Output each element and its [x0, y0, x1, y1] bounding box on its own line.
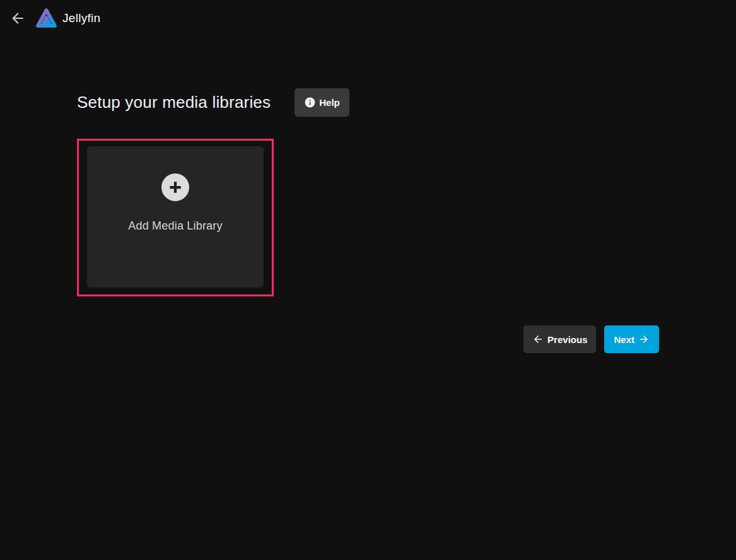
app-name: Jellyfin — [62, 11, 100, 25]
back-arrow-icon — [9, 10, 26, 26]
add-library-card-inner: Add Media Library — [87, 146, 264, 288]
wizard-page: Setup your media libraries Help Add Medi… — [0, 88, 736, 353]
add-library-label: Add Media Library — [128, 219, 222, 233]
help-button[interactable]: Help — [295, 88, 349, 117]
app-logo: Jellyfin — [35, 6, 100, 30]
arrow-right-icon — [638, 334, 650, 345]
info-icon — [304, 96, 316, 108]
add-library-card[interactable]: Add Media Library — [77, 139, 274, 296]
previous-button[interactable]: Previous — [523, 325, 596, 353]
jellyfin-logo-icon — [35, 6, 58, 30]
plus-icon — [166, 178, 185, 197]
title-row: Setup your media libraries Help — [77, 88, 659, 117]
app-header: Jellyfin — [0, 0, 736, 36]
arrow-left-icon — [532, 334, 544, 345]
next-button[interactable]: Next — [604, 325, 659, 353]
page-title: Setup your media libraries — [77, 93, 271, 112]
wizard-navigation: Previous Next — [77, 325, 659, 353]
previous-button-label: Previous — [547, 334, 587, 345]
next-button-label: Next — [614, 334, 634, 345]
library-cards-section: Add Media Library — [77, 139, 659, 296]
plus-circle — [161, 173, 189, 201]
help-button-label: Help — [319, 97, 340, 108]
back-button[interactable] — [4, 4, 32, 32]
